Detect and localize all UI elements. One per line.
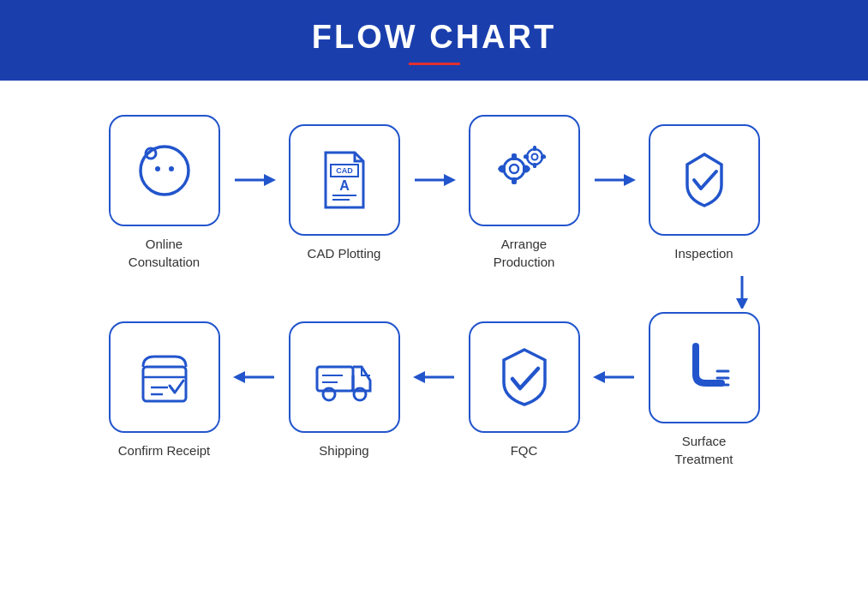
step-surface-treatment: SurfaceTreatment <box>638 312 770 468</box>
svg-rect-13 <box>512 153 517 160</box>
arrange-production-icon <box>490 136 559 205</box>
svg-marker-10 <box>444 174 456 186</box>
arrow-3-4 <box>590 170 638 190</box>
svg-point-0 <box>141 147 189 195</box>
svg-text:CAD: CAD <box>336 166 353 175</box>
label-inspection: Inspection <box>674 244 733 262</box>
surface-treatment-icon <box>670 333 739 402</box>
svg-text:A: A <box>339 178 350 193</box>
cad-plotting-icon: CAD A <box>310 146 379 214</box>
icon-box-cad-plotting: CAD A <box>289 124 400 236</box>
row-2: Confirm Receipt <box>51 312 817 468</box>
step-shipping: Shipping <box>278 321 410 459</box>
svg-rect-14 <box>512 177 517 184</box>
online-consultation-icon <box>130 136 199 205</box>
step-inspection: Inspection <box>638 124 770 262</box>
arrow-down-inspection <box>732 274 752 309</box>
step-fqc: FQC <box>458 321 590 459</box>
inspection-icon <box>670 146 739 214</box>
label-online-consultation: OnlineConsultation <box>129 235 200 271</box>
row-1: OnlineConsultation CAD <box>51 115 817 271</box>
arrow-surface-to-fqc <box>590 367 638 387</box>
shipping-icon <box>310 343 379 411</box>
svg-point-21 <box>527 149 542 165</box>
arrow-1-2 <box>230 170 278 190</box>
label-surface-treatment: SurfaceTreatment <box>675 432 733 468</box>
label-fqc: FQC <box>511 441 538 459</box>
step-cad-plotting: CAD A CAD Plotting <box>278 124 410 262</box>
label-confirm-receipt: Confirm Receipt <box>118 441 211 459</box>
down-arrow-row <box>51 274 817 309</box>
svg-point-1 <box>155 166 160 171</box>
header: FLOW CHART <box>0 0 868 81</box>
step-confirm-receipt: Confirm Receipt <box>98 321 230 459</box>
arrow-2-3 <box>410 170 458 190</box>
label-cad-plotting: CAD Plotting <box>308 244 381 262</box>
label-arrange-production: ArrangeProduction <box>494 235 555 271</box>
arrow-shipping-to-receipt <box>230 367 278 387</box>
icon-box-fqc <box>469 321 580 433</box>
svg-marker-40 <box>413 371 425 383</box>
fqc-icon <box>490 343 559 411</box>
svg-point-11 <box>504 159 524 179</box>
svg-point-12 <box>510 165 518 173</box>
svg-marker-30 <box>736 298 748 309</box>
label-shipping: Shipping <box>319 441 368 459</box>
svg-marker-29 <box>624 174 636 186</box>
flow-body: OnlineConsultation CAD <box>0 81 868 485</box>
svg-rect-35 <box>317 367 353 391</box>
svg-marker-4 <box>264 174 276 186</box>
svg-marker-34 <box>233 371 245 383</box>
icon-box-shipping <box>289 321 400 433</box>
header-underline <box>409 63 460 65</box>
icon-box-inspection <box>649 124 760 236</box>
svg-marker-41 <box>593 371 605 383</box>
svg-rect-23 <box>533 146 536 151</box>
svg-point-2 <box>169 166 174 171</box>
arrow-fqc-to-shipping <box>410 367 458 387</box>
icon-box-arrange-production <box>469 115 580 226</box>
icon-box-surface-treatment <box>649 312 760 423</box>
icon-box-confirm-receipt <box>109 321 220 433</box>
page-title: FLOW CHART <box>0 19 868 56</box>
confirm-receipt-icon <box>130 343 199 411</box>
icon-box-online-consultation <box>109 115 220 226</box>
step-online-consultation: OnlineConsultation <box>98 115 230 271</box>
step-arrange-production: ArrangeProduction <box>458 115 590 271</box>
svg-rect-24 <box>533 163 536 168</box>
svg-point-22 <box>531 154 537 160</box>
